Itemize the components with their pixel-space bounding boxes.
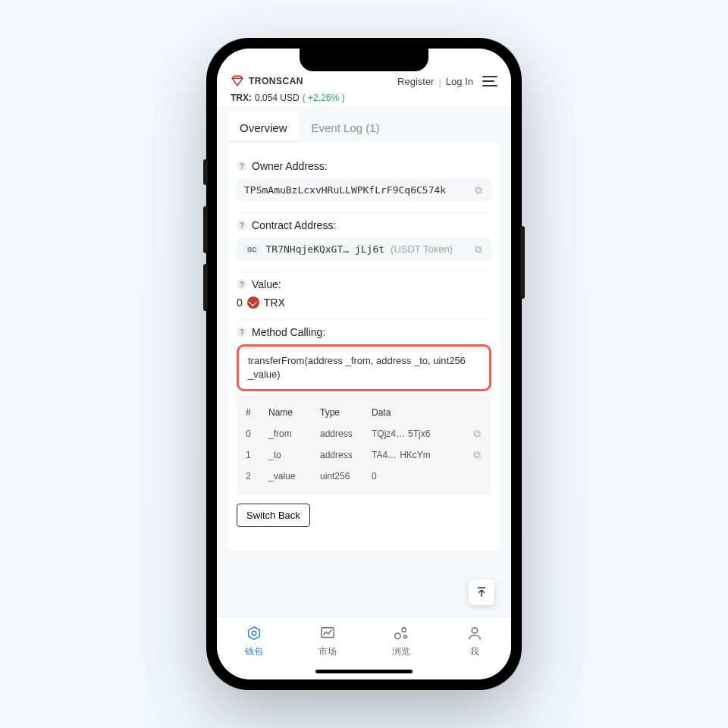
value-unit: TRX	[264, 297, 285, 309]
nav-label: 浏览	[392, 645, 410, 658]
nav-label: 市场	[318, 645, 337, 658]
param-name: _from	[268, 428, 315, 439]
owner-label: Owner Address:	[252, 160, 328, 172]
svg-point-10	[394, 633, 400, 639]
param-data[interactable]: TQjz4… 5Tjx6	[372, 428, 482, 439]
svg-point-13	[472, 628, 477, 633]
owner-address-chip[interactable]: TPSmAmuBzLcxvHRuLLWPKfLrF9Cq6C574k	[237, 178, 491, 202]
contract-address-chip[interactable]: SC TR7NHqjeKQxGT… jLj6t (USDT Token)	[237, 237, 491, 261]
param-data[interactable]: TA4… HKcYm	[372, 450, 482, 460]
value-block: ? Value: 0 TRX	[237, 272, 491, 320]
vertical-divider: |	[438, 76, 441, 87]
home-indicator	[315, 670, 413, 673]
tab-event-log[interactable]: Event Log (1)	[300, 112, 392, 142]
browse-icon	[392, 624, 410, 642]
param-name: _value	[268, 471, 315, 482]
help-icon[interactable]: ?	[237, 327, 247, 337]
content-area: Overview Event Log (1) ? Owner Address: …	[217, 106, 511, 616]
nav-label: 我	[470, 645, 479, 658]
contract-block: ? Contract Address: SC TR7NHqjeKQxGT… jL…	[237, 213, 491, 272]
svg-point-11	[401, 628, 406, 632]
ticker-row: TRX: 0.054 USD ( +2.26% )	[231, 93, 497, 103]
param-type: address	[320, 450, 367, 460]
contract-label: Contract Address:	[252, 219, 336, 231]
register-link[interactable]: Register	[397, 76, 434, 87]
svg-rect-3	[475, 246, 480, 250]
params-header-row: # Name Type Data	[240, 402, 488, 423]
nav-wallet[interactable]: 钱包	[231, 624, 277, 658]
tab-strip: Overview Event Log (1)	[228, 112, 500, 142]
copy-icon[interactable]	[472, 428, 482, 439]
top-auth-cluster: Register | Log In	[397, 76, 497, 87]
trx-coin-icon	[247, 297, 259, 309]
param-row: 1 _to address TA4… HKcYm	[240, 444, 488, 466]
svg-rect-0	[477, 188, 482, 193]
param-name: _to	[268, 450, 315, 460]
copy-icon[interactable]	[473, 185, 484, 196]
method-block: ? Method Calling: transferFrom(address _…	[237, 320, 491, 538]
col-type: Type	[320, 407, 367, 418]
menu-icon[interactable]	[482, 76, 497, 86]
svg-rect-6	[475, 453, 480, 458]
param-data: 0	[372, 471, 482, 482]
svg-rect-2	[477, 247, 482, 252]
scroll-to-top-button[interactable]	[469, 579, 494, 605]
copy-icon[interactable]	[472, 450, 482, 460]
tab-overview[interactable]: Overview	[228, 112, 300, 142]
svg-rect-1	[475, 187, 480, 191]
col-num: #	[246, 407, 264, 418]
phone-frame: TRONSCAN Register | Log In TRX: 0.054 US…	[206, 38, 522, 690]
owner-block: ? Owner Address: TPSmAmuBzLcxvHRuLLWPKfL…	[237, 154, 491, 213]
nav-me[interactable]: 我	[452, 624, 497, 658]
contract-token-name: (USDT Token)	[391, 243, 453, 255]
owner-address: TPSmAmuBzLcxvHRuLLWPKfLrF9Cq6C574k	[244, 184, 446, 196]
param-idx: 1	[246, 450, 264, 460]
copy-icon[interactable]	[473, 244, 484, 255]
person-icon	[466, 624, 484, 642]
svg-point-12	[403, 635, 406, 639]
svg-point-8	[252, 631, 256, 635]
nav-browse[interactable]: 浏览	[378, 624, 424, 658]
nav-market[interactable]: 市场	[305, 624, 350, 658]
param-row: 0 _from address TQjz4… 5Tjx6	[240, 423, 488, 444]
params-table: # Name Type Data 0 _from address TQjz4…	[237, 394, 491, 494]
svg-rect-7	[474, 452, 479, 457]
col-name: Name	[268, 407, 315, 418]
param-type: uint256	[320, 471, 367, 482]
param-row: 2 _value uint256 0	[240, 466, 488, 487]
help-icon[interactable]: ?	[237, 220, 247, 231]
method-label: Method Calling:	[252, 326, 325, 338]
help-icon[interactable]: ?	[237, 161, 247, 171]
phone-screen: TRONSCAN Register | Log In TRX: 0.054 US…	[217, 49, 511, 679]
switch-back-button[interactable]: Switch Back	[237, 504, 310, 527]
col-data: Data	[372, 407, 482, 418]
ticker-change: ( +2.26% )	[303, 93, 345, 103]
tronscan-logo-icon	[231, 74, 244, 88]
help-icon[interactable]: ?	[237, 279, 247, 290]
phone-notch	[300, 49, 428, 71]
svg-rect-4	[475, 432, 480, 437]
value-label: Value:	[252, 278, 281, 290]
contract-address: TR7NHqjeKQxGT… jLj6t	[266, 243, 385, 255]
value-amount: 0	[237, 297, 243, 309]
market-icon	[318, 624, 337, 642]
brand-name: TRONSCAN	[249, 76, 303, 86]
param-idx: 2	[246, 471, 264, 482]
ticker-symbol: TRX:	[231, 93, 252, 103]
login-link[interactable]: Log In	[446, 76, 473, 87]
wallet-icon	[245, 624, 263, 642]
svg-rect-5	[474, 431, 479, 435]
param-type: address	[320, 428, 367, 439]
brand[interactable]: TRONSCAN	[231, 74, 303, 88]
method-signature-highlight: transferFrom(address _from, address _to,…	[237, 344, 491, 391]
details-card: ? Owner Address: TPSmAmuBzLcxvHRuLLWPKfL…	[228, 142, 500, 551]
nav-label: 钱包	[245, 645, 263, 658]
sc-badge: SC	[244, 245, 260, 254]
param-idx: 0	[246, 428, 264, 439]
ticker-price: 0.054 USD	[255, 93, 300, 103]
